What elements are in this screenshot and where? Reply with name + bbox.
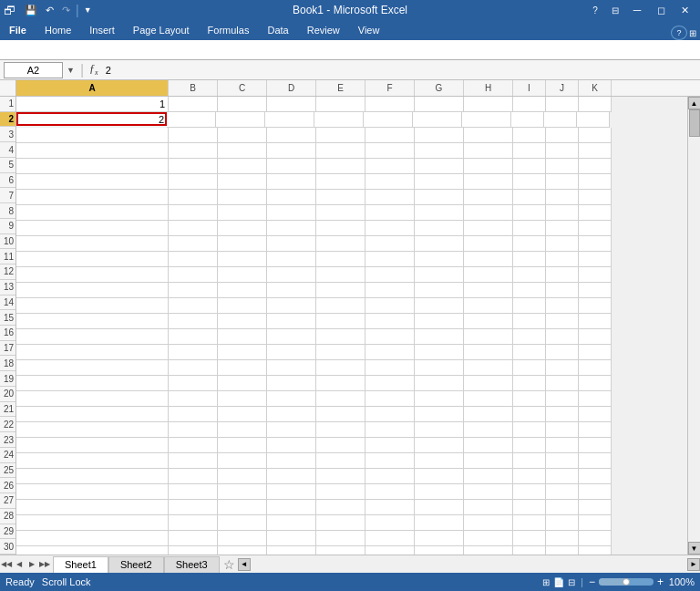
cell-B9[interactable] (169, 221, 218, 236)
cell-K5[interactable] (579, 159, 612, 174)
cell-D8[interactable] (267, 205, 316, 221)
cell-A1[interactable]: 1 (16, 97, 169, 112)
cell-J18[interactable] (546, 360, 579, 376)
cell-H28[interactable] (464, 515, 513, 531)
row-header-5[interactable]: 5 (0, 158, 15, 173)
cell-D29[interactable] (267, 531, 316, 546)
cell-E2[interactable] (314, 112, 364, 128)
cell-F26[interactable] (365, 484, 415, 500)
cell-H1[interactable] (464, 97, 513, 112)
help-icon[interactable]: ? (585, 2, 605, 18)
cell-A27[interactable] (16, 500, 169, 515)
cell-G27[interactable] (415, 500, 464, 515)
cell-I23[interactable] (513, 438, 546, 453)
cell-H11[interactable] (464, 252, 513, 267)
cell-G24[interactable] (415, 453, 464, 469)
cell-A13[interactable] (16, 283, 169, 298)
cell-H7[interactable] (464, 190, 513, 205)
cell-H29[interactable] (464, 531, 513, 546)
cell-D10[interactable] (267, 236, 316, 252)
cell-D26[interactable] (267, 484, 316, 500)
cell-K12[interactable] (579, 267, 612, 283)
cell-K29[interactable] (579, 531, 612, 546)
row-header-19[interactable]: 19 (0, 371, 15, 387)
cell-I13[interactable] (513, 283, 546, 298)
cell-G20[interactable] (415, 391, 464, 407)
scroll-thumb[interactable] (689, 109, 700, 137)
cell-H24[interactable] (464, 453, 513, 469)
cell-I2[interactable] (511, 112, 544, 128)
cell-F29[interactable] (365, 531, 415, 546)
tab-data[interactable]: Data (258, 20, 297, 40)
cell-E27[interactable] (316, 500, 365, 515)
cell-J2[interactable] (544, 112, 577, 128)
cell-I10[interactable] (513, 236, 546, 252)
cell-K9[interactable] (579, 221, 612, 236)
cell-H13[interactable] (464, 283, 513, 298)
page-layout-view-button[interactable]: 📄 (553, 577, 564, 587)
cell-I30[interactable] (513, 546, 546, 555)
cell-B28[interactable] (169, 515, 218, 531)
row-header-12[interactable]: 12 (0, 264, 15, 280)
tab-home[interactable]: Home (36, 20, 80, 40)
cell-G23[interactable] (415, 438, 464, 453)
cell-I19[interactable] (513, 376, 546, 391)
cell-I22[interactable] (513, 422, 546, 438)
cell-J19[interactable] (546, 376, 579, 391)
cell-A8[interactable] (16, 205, 169, 221)
cell-D28[interactable] (267, 515, 316, 531)
tab-insert[interactable]: Insert (80, 20, 124, 40)
cell-G10[interactable] (415, 236, 464, 252)
col-header-G[interactable]: G (415, 80, 464, 96)
cell-D7[interactable] (267, 190, 316, 205)
cell-D22[interactable] (267, 422, 316, 438)
cell-I15[interactable] (513, 314, 546, 329)
cell-K25[interactable] (579, 469, 612, 484)
cell-E30[interactable] (316, 546, 365, 555)
cell-I4[interactable] (513, 143, 546, 159)
sheet-prev-button[interactable]: ◀ (13, 557, 26, 572)
cell-C26[interactable] (218, 484, 267, 500)
cell-J21[interactable] (546, 407, 579, 422)
cell-A9[interactable] (16, 221, 169, 236)
cell-G11[interactable] (415, 252, 464, 267)
cell-H16[interactable] (464, 329, 513, 345)
cell-B22[interactable] (169, 422, 218, 438)
cell-D19[interactable] (267, 376, 316, 391)
cell-F21[interactable] (365, 407, 415, 422)
cell-A7[interactable] (16, 190, 169, 205)
cell-D6[interactable] (267, 174, 316, 190)
zoom-slider[interactable] (599, 578, 654, 586)
cell-D12[interactable] (267, 267, 316, 283)
row-header-3[interactable]: 3 (0, 127, 15, 142)
cell-A16[interactable] (16, 329, 169, 345)
cell-D18[interactable] (267, 360, 316, 376)
cell-C18[interactable] (218, 360, 267, 376)
cell-A26[interactable] (16, 484, 169, 500)
vertical-scrollbar[interactable]: ▲ ▼ (687, 97, 700, 555)
cell-G12[interactable] (415, 267, 464, 283)
cell-H18[interactable] (464, 360, 513, 376)
cell-B16[interactable] (169, 329, 218, 345)
cell-G25[interactable] (415, 469, 464, 484)
cell-B18[interactable] (169, 360, 218, 376)
cell-A2[interactable]: 2 (16, 112, 167, 126)
cell-J25[interactable] (546, 469, 579, 484)
cell-H2[interactable] (462, 112, 511, 128)
cell-G16[interactable] (415, 329, 464, 345)
cell-A14[interactable] (16, 298, 169, 314)
cell-E6[interactable] (316, 174, 365, 190)
row-header-14[interactable]: 14 (0, 296, 15, 311)
col-header-C[interactable]: C (218, 80, 267, 96)
cell-I8[interactable] (513, 205, 546, 221)
cell-K30[interactable] (579, 546, 612, 555)
cell-A18[interactable] (16, 360, 169, 376)
cell-A20[interactable] (16, 391, 169, 407)
cell-F3[interactable] (365, 128, 415, 143)
cell-K2[interactable] (577, 112, 610, 128)
cell-D2[interactable] (265, 112, 314, 128)
sheet-tab-sheet1[interactable]: Sheet1 (53, 556, 108, 573)
cell-G6[interactable] (415, 174, 464, 190)
cell-I9[interactable] (513, 221, 546, 236)
cell-H20[interactable] (464, 391, 513, 407)
